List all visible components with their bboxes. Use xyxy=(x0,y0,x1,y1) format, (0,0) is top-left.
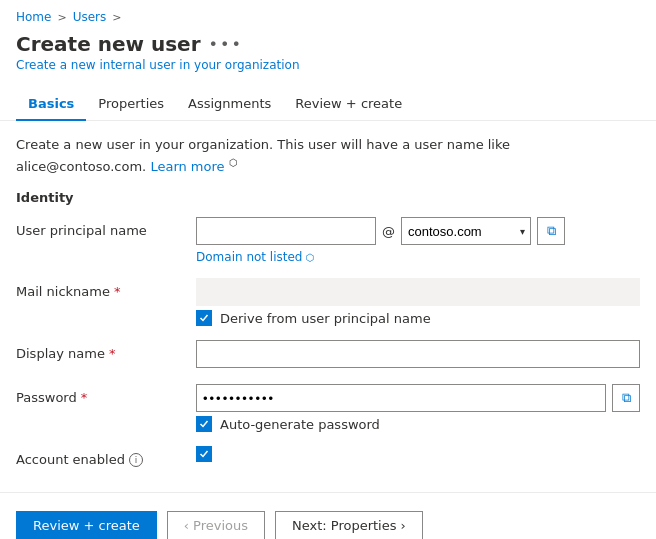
page-subtitle: Create a new internal user in your organ… xyxy=(16,58,640,72)
account-enabled-row: Account enabled i xyxy=(16,446,640,476)
mail-nickname-field: Derive from user principal name xyxy=(196,278,640,326)
chevron-right-icon: › xyxy=(400,518,405,533)
copy-password-button[interactable]: ⧉ xyxy=(612,384,640,412)
main-content: Create a new user in your organization. … xyxy=(0,121,656,476)
upn-input[interactable] xyxy=(196,217,376,245)
breadcrumb-users[interactable]: Users xyxy=(73,10,107,24)
chevron-left-icon: ‹ xyxy=(184,518,189,533)
domain-not-listed-link[interactable]: Domain not listed ⬡ xyxy=(196,250,314,264)
breadcrumb-sep2: > xyxy=(112,11,121,24)
checkmark-icon3 xyxy=(199,449,209,459)
display-name-field xyxy=(196,340,640,368)
account-enabled-checkbox[interactable] xyxy=(196,446,212,462)
external-link-icon: ⬡ xyxy=(229,157,238,168)
mail-nickname-input xyxy=(196,278,640,306)
info-paragraph: Create a new user in your organization. … xyxy=(16,135,640,176)
copy-icon: ⧉ xyxy=(547,223,556,239)
mail-nickname-row: Mail nickname * Derive from user princip… xyxy=(16,278,640,326)
upn-field: @ contoso.com ▾ ⧉ Domain not listed ⬡ xyxy=(196,217,640,264)
tab-review-create[interactable]: Review + create xyxy=(283,88,414,121)
auto-generate-row: Auto-generate password xyxy=(196,416,640,432)
auto-generate-checkbox[interactable] xyxy=(196,416,212,432)
derive-checkbox-row: Derive from user principal name xyxy=(196,310,640,326)
previous-button[interactable]: ‹ Previous xyxy=(167,511,265,539)
display-name-input[interactable] xyxy=(196,340,640,368)
tab-assignments[interactable]: Assignments xyxy=(176,88,283,121)
external-link-icon2: ⬡ xyxy=(305,252,314,263)
next-properties-button[interactable]: Next: Properties › xyxy=(275,511,423,539)
mail-nickname-label: Mail nickname * xyxy=(16,278,196,299)
breadcrumb-home[interactable]: Home xyxy=(16,10,51,24)
auto-generate-label: Auto-generate password xyxy=(220,417,380,432)
review-create-button[interactable]: Review + create xyxy=(16,511,157,539)
derive-checkbox-label: Derive from user principal name xyxy=(220,311,431,326)
footer: Review + create ‹ Previous Next: Propert… xyxy=(0,507,656,539)
tab-basics[interactable]: Basics xyxy=(16,88,86,121)
password-label: Password * xyxy=(16,384,196,405)
derive-checkbox[interactable] xyxy=(196,310,212,326)
copy-password-icon: ⧉ xyxy=(622,390,631,406)
checkmark-icon2 xyxy=(199,419,209,429)
display-name-row: Display name * xyxy=(16,340,640,370)
account-enabled-info-icon: i xyxy=(129,453,143,467)
domain-wrapper: contoso.com ▾ xyxy=(401,217,531,245)
upn-label: User principal name xyxy=(16,217,196,238)
breadcrumb: Home > Users > xyxy=(0,0,656,28)
domain-select[interactable]: contoso.com xyxy=(401,217,531,245)
page-title: Create new user xyxy=(16,32,201,56)
info-text-content: Create a new user in your organization. … xyxy=(16,137,510,174)
checkmark-icon xyxy=(199,313,209,323)
password-row: Password * ⧉ Auto-generate password xyxy=(16,384,640,432)
password-field: ⧉ Auto-generate password xyxy=(196,384,640,432)
account-enabled-label: Account enabled i xyxy=(16,446,196,467)
display-name-label: Display name * xyxy=(16,340,196,361)
at-symbol: @ xyxy=(382,224,395,239)
identity-section-title: Identity xyxy=(16,190,640,205)
account-enabled-field xyxy=(196,446,640,462)
learn-more-link[interactable]: Learn more xyxy=(150,159,224,174)
upn-row: User principal name @ contoso.com ▾ ⧉ Do… xyxy=(16,217,640,264)
tab-bar: Basics Properties Assignments Review + c… xyxy=(0,88,656,121)
more-options-icon[interactable]: ••• xyxy=(209,35,243,54)
password-input[interactable] xyxy=(196,384,606,412)
copy-upn-button[interactable]: ⧉ xyxy=(537,217,565,245)
tab-properties[interactable]: Properties xyxy=(86,88,176,121)
breadcrumb-sep1: > xyxy=(57,11,66,24)
page-header: Create new user ••• Create a new interna… xyxy=(0,28,656,80)
